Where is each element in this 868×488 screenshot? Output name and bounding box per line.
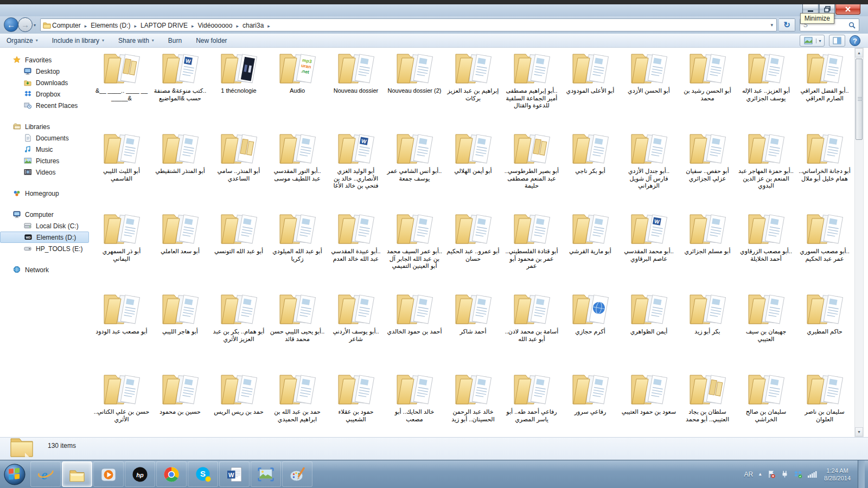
- folder-item[interactable]: أبو حفص.. سفيان عزلي الجزائري: [678, 131, 737, 211]
- folder-item[interactable]: سلطان بن بجاد العتيبي.. أبو محمد: [678, 371, 737, 437]
- help-button[interactable]: ?: [850, 35, 860, 46]
- sidebar-item-recent-places[interactable]: Recent Places: [0, 100, 91, 111]
- taskbar-app-media-player[interactable]: [93, 461, 124, 487]
- power-plug-icon[interactable]: [781, 470, 789, 478]
- taskbar-app-paint[interactable]: [282, 461, 312, 487]
- taskbar-app-word[interactable]: W: [219, 461, 250, 487]
- folder-item[interactable]: حمد بن عبد الله بن ابراهيم الحميدي: [268, 371, 327, 437]
- folder-item[interactable]: أبو مارية القرشي: [561, 211, 620, 291]
- language-indicator[interactable]: AR: [744, 471, 753, 478]
- views-dropdown-icon[interactable]: ▾: [816, 38, 824, 43]
- folder-item[interactable]: أبو سعد العاملي: [151, 211, 209, 291]
- folder-item[interactable]: 1 thécnologie: [209, 50, 268, 131]
- breadcrumb-separator-icon[interactable]: ▸: [264, 23, 274, 29]
- folder-item[interactable]: أبو عبد الله الميلودي زكريا: [268, 211, 327, 291]
- folder-item[interactable]: سعود بن حمود العتيبي: [620, 371, 678, 437]
- folder-item[interactable]: ..أبو يوسف الأردني شاعر: [327, 291, 385, 371]
- folder-item[interactable]: خالد عبد الرحمن الحسينان.. أبو زيد: [444, 371, 502, 437]
- toolbar-organize[interactable]: Organize▾: [7, 37, 38, 44]
- folder-item[interactable]: ..أبو مصعب السوري عمر عبد الحكيم: [795, 211, 854, 291]
- folder-item[interactable]: أبو الأعلى المودودي: [561, 50, 620, 131]
- sidebar-item-desktop[interactable]: Desktop: [0, 66, 91, 77]
- taskbar-app-hp[interactable]: hp: [125, 461, 155, 487]
- sidebar-item-documents[interactable]: Documents: [0, 132, 91, 144]
- folder-item[interactable]: أبو الحسن الأزدي: [620, 50, 678, 131]
- vertical-scrollbar[interactable]: ▲ ▼: [854, 48, 864, 437]
- folder-item[interactable]: أبو ذر السمهري اليماني: [92, 211, 151, 291]
- sidebar-item-videos[interactable]: Videos: [0, 166, 91, 178]
- sidebar-item-libraries[interactable]: Libraries: [0, 121, 91, 132]
- folder-item[interactable]: ..أبو أنس الشامي عمر يوسف جمعة: [385, 131, 444, 211]
- breadcrumb-separator-icon[interactable]: ▸: [131, 23, 141, 29]
- action-center-icon[interactable]: [767, 470, 776, 478]
- breadcrumb-segment[interactable]: chari3a: [242, 22, 264, 29]
- folder-item[interactable]: أبو العزيز.. عبد الإله يوسف الجزائري: [737, 50, 795, 131]
- folder-item[interactable]: أبو همام.. بكر بن عبد العزيز الأثري: [209, 291, 268, 371]
- folder-item[interactable]: Nouveau dossier (2): [385, 50, 444, 131]
- folder-item[interactable]: ..أبو مصعب الزرقاوي أحمد الخلايلة: [737, 211, 795, 291]
- dropbox-tray-icon[interactable]: [794, 470, 802, 478]
- folder-item[interactable]: حمد بن ريس الريس: [209, 371, 268, 437]
- back-button[interactable]: ←: [4, 17, 18, 32]
- folder-item[interactable]: ..أبو إبراهيم مصطفى أمير الجماعة السلفية…: [502, 50, 561, 131]
- folder-item[interactable]: ..أبو عمر السيف محمد بن عبد الله الجابر …: [385, 211, 444, 291]
- folder-item[interactable]: رفاعي أحمد طه.. أبو ياسر المصري: [502, 371, 561, 437]
- folder-item[interactable]: أبو بكر ناجي: [561, 131, 620, 211]
- folder-item[interactable]: بكر أبو زيد: [678, 291, 737, 371]
- close-button[interactable]: [835, 4, 860, 15]
- folder-item[interactable]: &__ ____.. ____ __ _____&: [92, 50, 151, 131]
- show-hidden-icons[interactable]: ▲: [758, 472, 762, 477]
- network-signal-icon[interactable]: [807, 470, 817, 478]
- folder-item[interactable]: W..كتب منوعة& مصنفة حسب &المواضيع: [151, 50, 209, 131]
- folder-item[interactable]: أسامة بن محمد لادن.. أبو عبد الله: [502, 291, 561, 371]
- breadcrumb-segment[interactable]: Vidéoooooo: [198, 22, 233, 29]
- folder-item[interactable]: حسن بن علي الكتاني.. الأثري: [92, 371, 151, 437]
- sidebar-item-hp-tools-e[interactable]: HP_TOOLS (E:): [0, 243, 91, 254]
- folder-item[interactable]: أبو المنذر الشنقيطي: [151, 131, 209, 211]
- folder-item[interactable]: أبو عمرو.. عبد الحكيم حسان: [444, 211, 502, 291]
- sidebar-item-music[interactable]: Music: [0, 144, 91, 155]
- folder-item[interactable]: ..أبو الفضل العراقي الصارم العراقي: [795, 50, 854, 131]
- address-bar[interactable]: Computer▸Elements (D:)▸LAPTOP DRIVE▸Vidé…: [40, 18, 777, 31]
- toolbar-share-with[interactable]: Share with▾: [118, 37, 154, 44]
- folder-item[interactable]: أبو بصير الطرطوسي.. عبد المنعم مصطفى حلي…: [502, 131, 561, 211]
- folder-item[interactable]: ..أبو عبيدة المقدسي عبد الله خالد العدم: [327, 211, 385, 291]
- folder-item[interactable]: حسين بن محمود: [151, 371, 209, 437]
- scroll-up-button[interactable]: ▲: [855, 48, 863, 57]
- folder-item[interactable]: أبو المنذر.. سامي الساعدي: [209, 131, 268, 211]
- taskbar-app-photo-viewer[interactable]: [251, 461, 281, 487]
- sidebar-item-favorites[interactable]: Favorites: [0, 54, 91, 66]
- breadcrumb-separator-icon[interactable]: ▸: [188, 23, 198, 29]
- breadcrumb-segment[interactable]: Elements (D:): [91, 22, 130, 29]
- toolbar-burn[interactable]: Burn: [168, 37, 182, 44]
- folder-item[interactable]: إبراهيم بن عبد العزيز بركات: [444, 50, 502, 131]
- folder-item[interactable]: أبو الليث الليبي القاسمي: [92, 131, 151, 211]
- folder-item[interactable]: جهيمان بن سيف العتيبي: [737, 291, 795, 371]
- taskbar-app-windows-explorer[interactable]: [62, 461, 92, 487]
- folder-item[interactable]: أحمد بن حمود الخالدي: [385, 291, 444, 371]
- sidebar-item-dropbox[interactable]: Dropbox: [0, 88, 91, 100]
- sidebar-item-pictures[interactable]: Pictures: [0, 155, 91, 166]
- breadcrumb-separator-icon[interactable]: ▸: [81, 23, 91, 29]
- folder-item[interactable]: حمود بن عقلاء الشعيبي: [327, 371, 385, 437]
- sidebar-item-downloads[interactable]: Downloads: [0, 77, 91, 88]
- sidebar-item-homegroup[interactable]: Homegroup: [0, 188, 91, 199]
- breadcrumb-segment[interactable]: Computer: [52, 22, 81, 29]
- forward-button[interactable]: →: [18, 17, 33, 32]
- folder-item[interactable]: ..أبو يحيى الليبي حسن محمد قائد: [268, 291, 327, 371]
- folder-item[interactable]: Wأبو الوليد الغزي الأنصاري.. خالد بن فتح…: [327, 131, 385, 211]
- show-desktop-button[interactable]: [858, 460, 865, 488]
- folder-item[interactable]: W..أبو محمد المقدسي عاصم البرقاوي: [620, 211, 678, 291]
- breadcrumb-segment[interactable]: LAPTOP DRIVE: [141, 22, 188, 29]
- address-dropdown-icon[interactable]: ▾: [770, 22, 774, 28]
- folder-item[interactable]: ..أبو النور المقدسي عبد اللطيف موسى: [268, 131, 327, 211]
- sidebar-item-local-disk-c[interactable]: Local Disk (C:): [0, 220, 91, 232]
- scrollbar-thumb[interactable]: [856, 59, 863, 140]
- folder-item[interactable]: رفاعي سرور: [561, 371, 620, 437]
- folder-item[interactable]: أبو عبد الله التونسي: [209, 211, 268, 291]
- folder-item[interactable]: أبو قتادة الفلسطيني.. عمر بن محمود أبو ع…: [502, 211, 561, 291]
- sidebar-item-elements-d[interactable]: WDElements (D:): [0, 232, 89, 243]
- folder-item[interactable]: خالد الحايك.. أبو مصعب: [385, 371, 444, 437]
- folder-item[interactable]: ..أبو جندل الأزدي فارس آل شويل الزهراني: [620, 131, 678, 211]
- toolbar-new-folder[interactable]: New folder: [196, 37, 227, 44]
